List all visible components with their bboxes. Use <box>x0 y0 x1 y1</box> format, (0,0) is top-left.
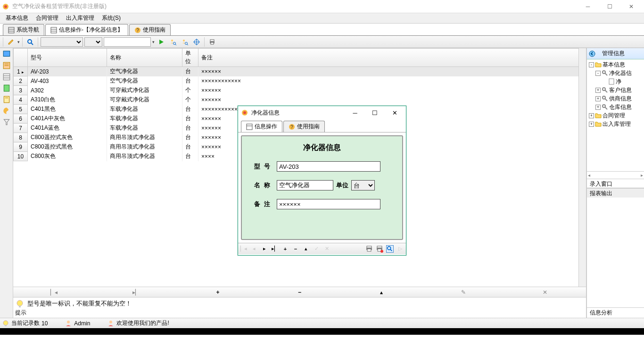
close-button[interactable]: ✕ <box>620 0 642 13</box>
doc-icon[interactable] <box>2 84 11 92</box>
svg-rect-23 <box>211 42 214 44</box>
col-rownum[interactable] <box>14 49 28 67</box>
edit-button[interactable] <box>6 37 16 47</box>
rp-tab-analysis[interactable]: 信息分析 <box>587 307 644 318</box>
help-icon: ? <box>134 27 141 33</box>
search-button[interactable] <box>25 37 35 47</box>
filter-icon[interactable] <box>2 118 11 126</box>
dlg-forward[interactable]: ▷ <box>396 246 404 252</box>
menu-storage[interactable]: 出入库管理 <box>62 13 98 23</box>
status-records-label: 当前记录数 <box>11 319 40 327</box>
tab-label: 使用指南 <box>143 26 165 34</box>
menu-contract[interactable]: 合同管理 <box>32 13 62 23</box>
nav-last[interactable]: ▸▏ <box>95 289 177 296</box>
tree-node[interactable]: 净 <box>588 77 643 86</box>
dlg-add[interactable]: + <box>281 246 289 252</box>
tree-node[interactable]: -基本信息 <box>588 60 643 69</box>
dialog-tabs: 信息操作 ? 使用指南 <box>238 119 406 132</box>
filter-field-select[interactable] <box>41 37 83 47</box>
filter-value-input[interactable] <box>104 37 151 47</box>
dlg-nav-first[interactable]: ▏◂ <box>240 246 248 252</box>
nav-first[interactable]: ▏◂ <box>13 289 95 296</box>
col-remark[interactable]: 备注 <box>198 49 586 67</box>
back-icon[interactable] <box>589 50 595 57</box>
navigation-tree[interactable]: -基本信息-净化器信净+客户信息+供商信息+仓库信息+合同管理+出入库管理 <box>587 59 644 171</box>
model-input[interactable] <box>277 161 380 172</box>
zoom-icon[interactable] <box>386 245 394 253</box>
dialog-title: 净化器信息 <box>251 109 344 117</box>
nav-post[interactable]: ▴ <box>340 289 422 296</box>
dlg-cancel[interactable]: ✕ <box>323 246 330 252</box>
nav-cancel[interactable]: ✕ <box>504 289 586 296</box>
name-label: 名称 <box>246 181 274 190</box>
crosshair-button[interactable] <box>191 37 202 47</box>
col-unit[interactable]: 单位 <box>182 49 198 67</box>
menu-basic-info[interactable]: 基本信息 <box>2 13 32 23</box>
report-icon[interactable] <box>2 95 11 104</box>
tree-node[interactable]: +仓库信息 <box>588 103 643 111</box>
dlg-delete[interactable]: − <box>292 246 299 252</box>
tree-node[interactable]: +出入库管理 <box>588 120 643 128</box>
nav-add[interactable]: + <box>177 289 259 296</box>
svg-line-38 <box>605 73 607 75</box>
dropdown-arrow-icon[interactable]: ▾ <box>17 40 20 44</box>
dialog-maximize[interactable]: ☐ <box>366 109 383 116</box>
table-row[interactable]: 2AV-403空气净化器台×××××××××××× <box>14 76 586 86</box>
nav-delete[interactable]: − <box>259 289 341 296</box>
rp-tab-report[interactable]: 报表输出 <box>587 188 644 198</box>
print-icon[interactable] <box>365 245 373 253</box>
tab-info-operate[interactable]: 信息操作-【净化器信息】 <box>45 24 128 35</box>
dlg-nav-last[interactable]: ▸▏ <box>271 246 279 252</box>
minimize-button[interactable]: ─ <box>577 0 599 13</box>
dlg-nav-prev[interactable]: ◂ <box>250 246 258 252</box>
user-icon <box>107 320 115 327</box>
remark-input[interactable] <box>277 199 380 209</box>
svg-line-17 <box>187 44 188 45</box>
hint-text: 型号是唯一标识，不能重复不能为空！ <box>27 299 132 308</box>
window-icon[interactable] <box>2 50 11 58</box>
col-model[interactable]: 型号 <box>28 49 107 67</box>
table-row[interactable]: 3A302可穿戴式净化器个×××××× <box>14 86 586 95</box>
print-red-icon[interactable] <box>376 245 383 253</box>
dialog-titlebar[interactable]: 净化器信息 ─ ☐ ✕ <box>238 106 406 119</box>
user-search-button[interactable] <box>168 37 178 47</box>
svg-line-41 <box>605 90 607 92</box>
list-icon[interactable] <box>2 61 11 70</box>
user-search2-button[interactable] <box>180 37 190 47</box>
print-button[interactable] <box>207 37 217 47</box>
tree-node[interactable]: +合同管理 <box>588 111 643 120</box>
tab-system-nav[interactable]: 系统导航 <box>3 24 44 35</box>
nav-edit[interactable]: ✎ <box>422 289 504 296</box>
unit-select[interactable]: 台 <box>351 180 375 190</box>
tree-node[interactable]: +供商信息 <box>588 94 643 103</box>
tree-node[interactable]: -净化器信 <box>588 69 643 77</box>
tree-hscroll[interactable]: ◂▸ <box>587 171 644 179</box>
menu-system[interactable]: 系统(S) <box>98 13 124 23</box>
dialog-tab-guide[interactable]: ? 使用指南 <box>283 121 325 132</box>
dropdown-arrow-icon[interactable]: ▾ <box>152 40 155 44</box>
vertical-scrollbar[interactable] <box>578 48 586 287</box>
dialog-tab-info[interactable]: 信息操作 <box>241 121 282 132</box>
status-welcome-text: 欢迎使用我们的产品! <box>116 319 169 327</box>
grid-icon[interactable] <box>2 73 11 81</box>
maximize-button[interactable]: ☐ <box>599 0 620 13</box>
right-panel-title: 管理信息 <box>602 50 625 58</box>
svg-line-64 <box>390 249 392 251</box>
dlg-nav-next[interactable]: ▸ <box>261 246 268 252</box>
col-name[interactable]: 名称 <box>107 49 182 67</box>
name-input[interactable] <box>277 180 333 190</box>
svg-point-49 <box>109 321 112 323</box>
tab-user-guide[interactable]: ? 使用指南 <box>129 24 171 35</box>
window-title: 空气净化设备租赁管理系统(非注册版) <box>12 2 577 10</box>
dialog-close[interactable]: ✕ <box>386 109 403 116</box>
tree-node[interactable]: +客户信息 <box>588 86 643 94</box>
filter-op-select[interactable] <box>84 37 102 47</box>
table-row[interactable]: 4A310白色可穿戴式净化器个×××××× <box>14 95 586 105</box>
dialog-minimize[interactable]: ─ <box>347 109 363 116</box>
dlg-edit[interactable]: ▴ <box>302 246 310 252</box>
rp-tab-input[interactable]: 录入窗口 <box>587 179 644 188</box>
run-button[interactable] <box>156 37 166 47</box>
table-row[interactable]: 1 ▸AV-203空气净化器台×××××× <box>14 67 586 76</box>
palette-icon[interactable] <box>2 107 11 115</box>
dlg-post[interactable]: ✓ <box>313 246 320 252</box>
